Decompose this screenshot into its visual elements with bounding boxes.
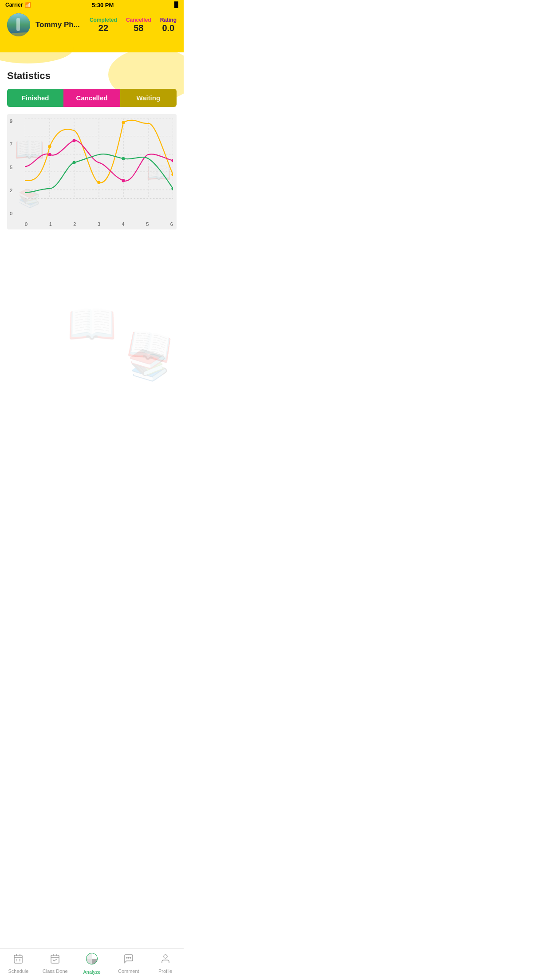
dot-yellow-1 xyxy=(48,145,51,148)
tab-finished[interactable]: Finished xyxy=(7,89,63,107)
y-label-2: 2 xyxy=(10,188,12,193)
y-label-0: 0 xyxy=(10,211,12,216)
tab-buttons: Finished Cancelled Waiting xyxy=(7,89,177,107)
x-label-1: 1 xyxy=(49,221,52,227)
chart-svg xyxy=(25,119,173,199)
x-label-4: 4 xyxy=(122,221,125,227)
user-name: Tommy Ph... xyxy=(35,20,81,29)
dot-yellow-3 xyxy=(122,121,125,124)
dot-pink-2 xyxy=(72,139,75,142)
rating-value: 0.0 xyxy=(160,23,177,33)
status-left: Carrier 📶 xyxy=(5,2,31,8)
completed-stat: Completed 22 xyxy=(90,17,117,33)
cancelled-stat: Cancelled 58 xyxy=(126,17,151,33)
tab-waiting[interactable]: Waiting xyxy=(120,89,177,107)
rating-stat: Rating 0.0 xyxy=(160,17,177,33)
cancelled-label: Cancelled xyxy=(126,17,151,23)
rating-label: Rating xyxy=(160,17,177,23)
chart-container: 📖 📚 📖 9 7 5 2 0 xyxy=(7,114,177,229)
x-label-5: 5 xyxy=(146,221,149,227)
dot-green-2 xyxy=(122,157,125,160)
completed-label: Completed xyxy=(90,17,117,23)
wifi-icon: 📶 xyxy=(24,2,31,8)
y-label-5: 5 xyxy=(10,165,12,170)
cancelled-value: 58 xyxy=(126,23,151,33)
status-bar: Carrier 📶 5:30 PM ▉ xyxy=(0,0,184,10)
status-time: 5:30 PM xyxy=(92,2,114,8)
dot-pink-4 xyxy=(171,159,173,162)
dot-pink-3 xyxy=(122,179,125,182)
battery-icon: ▉ xyxy=(174,2,178,8)
book-decor-bottom-main: 📖 xyxy=(67,301,117,348)
carrier-text: Carrier xyxy=(5,2,23,8)
main-content: Statistics Finished Cancelled Waiting 📖 … xyxy=(0,52,184,392)
dot-yellow-2 xyxy=(97,181,100,184)
statistics-title: Statistics xyxy=(7,70,177,82)
x-label-3: 3 xyxy=(98,221,100,227)
x-label-2: 2 xyxy=(73,221,76,227)
tab-cancelled[interactable]: Cancelled xyxy=(63,89,120,107)
y-label-7: 7 xyxy=(10,142,12,147)
dot-green-3 xyxy=(171,187,173,190)
completed-value: 22 xyxy=(90,23,117,33)
x-label-0: 0 xyxy=(25,221,28,227)
dot-yellow-4 xyxy=(171,173,173,176)
y-label-9: 9 xyxy=(10,119,12,124)
dot-green-1 xyxy=(72,161,75,164)
dot-pink-1 xyxy=(48,153,51,156)
stats-container: Completed 22 Cancelled 58 Rating 0.0 xyxy=(86,17,177,33)
chart-y-labels: 9 7 5 2 0 xyxy=(10,119,12,216)
x-label-6: 6 xyxy=(170,221,173,227)
chart-x-labels: 0 1 2 3 4 5 6 xyxy=(25,221,173,227)
book-decor-bottom-right: 📚 xyxy=(126,344,171,386)
decorative-area: 📖 📖 📚 xyxy=(7,237,177,392)
